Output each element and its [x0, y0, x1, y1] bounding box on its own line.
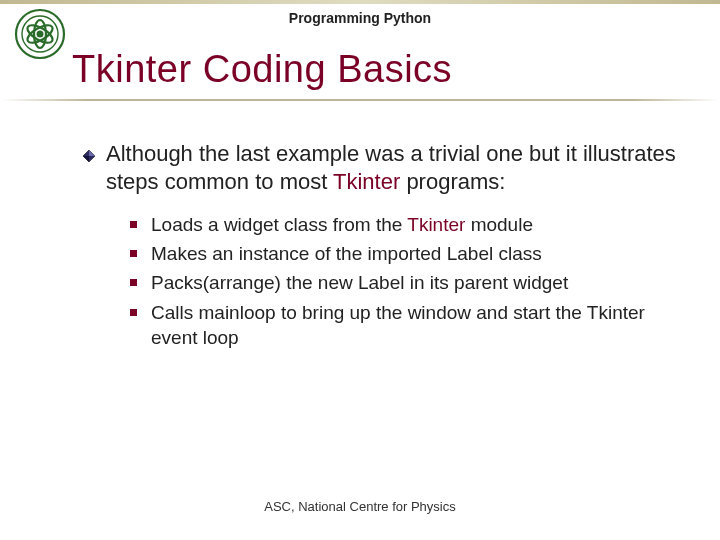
footer-text: ASC, National Centre for Physics [0, 499, 720, 514]
sub-bullet: Makes an instance of the imported Label … [130, 241, 680, 266]
bullet1-part2: programs: [400, 169, 505, 194]
square-bullet-icon [130, 221, 137, 228]
square-bullet-icon [130, 279, 137, 286]
svg-point-5 [37, 31, 44, 38]
sub-bullet-text: Calls mainloop to bring up the window an… [151, 300, 680, 350]
slide-content: Although the last example was a trivial … [82, 140, 680, 354]
square-bullet-icon [130, 309, 137, 316]
sub0-post: module [465, 214, 533, 235]
bullet1-tkinter: Tkinter [333, 169, 400, 194]
sub-bullet: Calls mainloop to bring up the window an… [130, 300, 680, 350]
sub-bullet: Packs(arrange) the new Label in its pare… [130, 270, 680, 295]
sub0-tkinter: Tkinter [407, 214, 465, 235]
sub0-pre: Loads a widget class from the [151, 214, 407, 235]
bullet-level1: Although the last example was a trivial … [82, 140, 680, 196]
sub-bullet-text: Makes an instance of the imported Label … [151, 241, 542, 266]
sub-bullet-text: Loads a widget class from the Tkinter mo… [151, 212, 533, 237]
square-bullet-icon [130, 250, 137, 257]
sub-bullet-list: Loads a widget class from the Tkinter mo… [130, 212, 680, 349]
bullet-level1-text: Although the last example was a trivial … [106, 140, 680, 196]
header-subtitle: Programming Python [0, 10, 720, 26]
diamond-bullet-icon [82, 149, 96, 163]
slide-title: Tkinter Coding Basics [72, 48, 452, 91]
sub-bullet: Loads a widget class from the Tkinter mo… [130, 212, 680, 237]
title-underline [0, 99, 720, 101]
sub-bullet-text: Packs(arrange) the new Label in its pare… [151, 270, 568, 295]
top-accent-bar [0, 0, 720, 4]
